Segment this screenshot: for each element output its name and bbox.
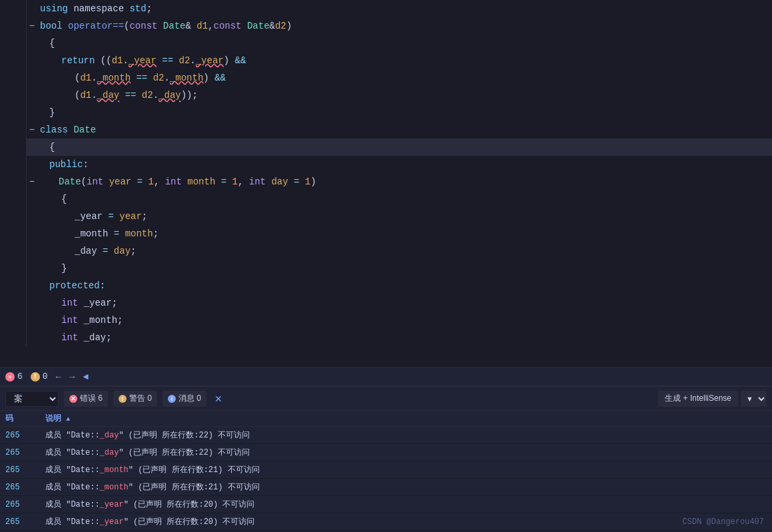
- code-text: protected:: [37, 277, 772, 294]
- error-code: 265: [5, 448, 45, 457]
- fold-indicator[interactable]: −: [27, 17, 37, 35]
- line-gutter: [0, 173, 27, 190]
- code-text: bool operator==(const Date& d1,const Dat…: [37, 17, 772, 35]
- bottom-panel: 案 ✕ 错误 6 ! 警告 0 i 消息 0 ✕ 生成 + IntelliSen…: [0, 386, 772, 532]
- error-code: 265: [5, 465, 45, 475]
- fold-indicator[interactable]: [27, 260, 37, 277]
- error-desc: 成员 "Date::_year" (已声明 所在行数:20) 不可访问: [45, 499, 767, 510]
- scroll-icon[interactable]: ◄: [83, 372, 88, 382]
- code-text: _day = day;: [37, 242, 772, 260]
- error-count: 6: [17, 372, 23, 382]
- code-text: Date(int year = 1, int month = 1, int da…: [37, 173, 772, 190]
- fold-indicator[interactable]: [27, 87, 37, 104]
- code-line: public:: [0, 156, 772, 173]
- fold-indicator[interactable]: −: [27, 173, 37, 190]
- watermark: CSDN @Dangerou407: [683, 517, 764, 527]
- fold-indicator[interactable]: [27, 0, 37, 17]
- warn-filter-button[interactable]: ! 警告 0: [113, 391, 157, 407]
- code-line: − bool operator==(const Date& d1,const D…: [0, 17, 772, 35]
- line-gutter: [0, 260, 27, 277]
- info-btn-icon: i: [168, 395, 176, 403]
- code-line: _month = month;: [0, 225, 772, 242]
- fold-indicator[interactable]: [27, 52, 37, 69]
- error-row[interactable]: 265 成员 "Date::_month" (已声明 所在行数:21) 不可访问: [0, 479, 772, 496]
- code-line: {: [0, 190, 772, 208]
- fold-indicator[interactable]: [27, 69, 37, 87]
- error-desc: 成员 "Date::_month" (已声明 所在行数:21) 不可访问: [45, 481, 767, 493]
- fold-indicator[interactable]: [27, 35, 37, 52]
- build-dropdown[interactable]: ▼: [741, 391, 767, 407]
- fold-indicator[interactable]: [27, 294, 37, 312]
- warn-btn-icon: !: [119, 395, 127, 403]
- build-button[interactable]: 生成 + IntelliSense: [658, 391, 738, 407]
- panel-filter-dropdown[interactable]: 案: [5, 391, 59, 407]
- code-text: (d1._month == d2._month) &&: [37, 69, 772, 87]
- code-line: using namespace std;: [0, 0, 772, 17]
- error-desc: 成员 "Date::_month" (已声明 所在行数:21) 不可访问: [45, 464, 767, 475]
- fold-indicator[interactable]: [27, 208, 37, 225]
- code-text: public:: [37, 156, 772, 173]
- line-gutter: [0, 121, 27, 138]
- forward-arrow[interactable]: →: [69, 372, 75, 382]
- error-desc: 成员 "Date::_year" (已声明 所在行数:20) 不可访问: [45, 516, 767, 527]
- col-header-code: 码: [5, 413, 45, 424]
- code-text: int _month;: [37, 312, 772, 329]
- line-gutter: [0, 208, 27, 225]
- code-line: − class Date: [0, 121, 772, 138]
- fold-indicator[interactable]: [27, 104, 37, 121]
- code-text: return ((d1._year == d2._year) &&: [37, 52, 772, 69]
- status-bar: ✕ 6 ! 0 ← → ◄: [0, 367, 772, 386]
- line-gutter: [0, 190, 27, 208]
- fold-indicator[interactable]: [27, 329, 37, 346]
- warn-status[interactable]: ! 0: [31, 372, 48, 382]
- line-gutter: [0, 277, 27, 294]
- fold-indicator[interactable]: [27, 225, 37, 242]
- code-line: }: [0, 260, 772, 277]
- col-header-desc[interactable]: 说明: [45, 413, 767, 424]
- line-gutter: [0, 312, 27, 329]
- line-gutter: [0, 294, 27, 312]
- code-text: {: [37, 138, 772, 156]
- code-text: _month = month;: [37, 225, 772, 242]
- panel-toolbar: 案 ✕ 错误 6 ! 警告 0 i 消息 0 ✕ 生成 + IntelliSen…: [0, 387, 772, 411]
- line-gutter: [0, 329, 27, 346]
- error-code: 265: [5, 517, 45, 527]
- error-desc: 成员 "Date::_day" (已声明 所在行数:22) 不可访问: [45, 429, 767, 441]
- error-filter-button[interactable]: ✕ 错误 6: [64, 391, 108, 407]
- code-text: {: [37, 190, 772, 208]
- error-row[interactable]: 265 成员 "Date::_day" (已声明 所在行数:22) 不可访问: [0, 427, 772, 444]
- code-line: {: [0, 35, 772, 52]
- fold-indicator[interactable]: [27, 190, 37, 208]
- code-content: using namespace std; − bool operator==(c…: [0, 0, 772, 367]
- line-gutter: [0, 0, 27, 17]
- back-arrow[interactable]: ←: [56, 372, 61, 382]
- line-gutter: [0, 52, 27, 69]
- filter-button[interactable]: ✕: [212, 392, 225, 405]
- code-text: _year = year;: [37, 208, 772, 225]
- fold-indicator[interactable]: [27, 156, 37, 173]
- fold-indicator[interactable]: [27, 138, 37, 156]
- fold-indicator[interactable]: [27, 242, 37, 260]
- fold-indicator[interactable]: [27, 277, 37, 294]
- error-code: 265: [5, 500, 45, 509]
- code-line: {: [0, 138, 772, 156]
- code-line: _day = day;: [0, 242, 772, 260]
- warn-icon: !: [31, 372, 40, 382]
- error-code: 265: [5, 483, 45, 492]
- error-status[interactable]: ✕ 6: [5, 372, 23, 382]
- error-row[interactable]: 265 成员 "Date::_year" (已声明 所在行数:20) 不可访问: [0, 496, 772, 513]
- error-row[interactable]: 265 成员 "Date::_month" (已声明 所在行数:21) 不可访问: [0, 461, 772, 479]
- code-line: }: [0, 104, 772, 121]
- error-btn-label: 错误 6: [80, 393, 103, 404]
- info-filter-button[interactable]: i 消息 0: [163, 391, 206, 407]
- code-line: − Date(int year = 1, int month = 1, int …: [0, 173, 772, 190]
- fold-indicator[interactable]: [27, 312, 37, 329]
- build-btn-label: 生成 + IntelliSense: [665, 393, 731, 404]
- code-line: int _year;: [0, 294, 772, 312]
- error-row[interactable]: 265 成员 "Date::_year" (已声明 所在行数:20) 不可访问: [0, 513, 772, 531]
- code-text: (d1._day == d2._day));: [37, 87, 772, 104]
- fold-indicator[interactable]: −: [27, 121, 37, 138]
- code-text: using namespace std;: [37, 0, 772, 17]
- error-row[interactable]: 265 成员 "Date::_day" (已声明 所在行数:22) 不可访问: [0, 444, 772, 461]
- line-gutter: [0, 225, 27, 242]
